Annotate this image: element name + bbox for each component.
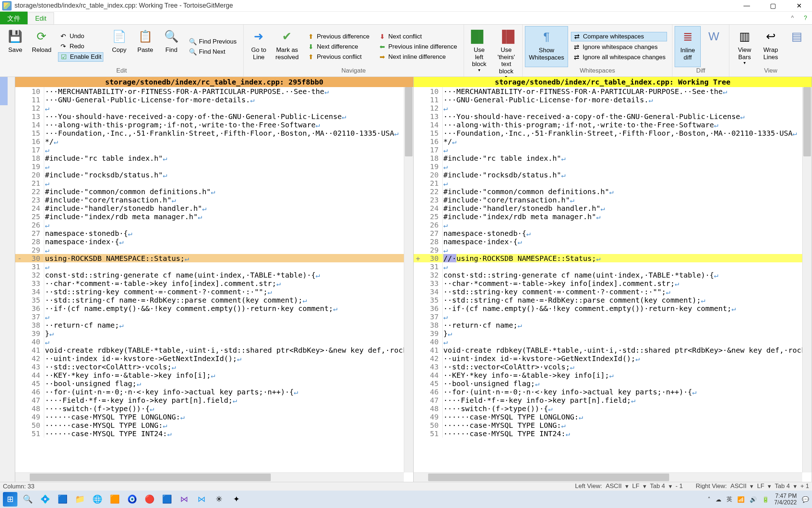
- paste-button[interactable]: 📋Paste: [132, 26, 158, 67]
- use-left-block-button[interactable]: █▌Use left block▾: [466, 26, 492, 80]
- use-theirs-block-button[interactable]: ▐█Use 'theirs' text block▾: [492, 26, 520, 80]
- code-line[interactable]: 23#include·"core/transaction.h"↵: [414, 196, 802, 204]
- code-line[interactable]: 17↵: [15, 146, 404, 154]
- prev-difference-button[interactable]: ⬆Previous difference: [305, 32, 371, 41]
- taskbar-clock[interactable]: 7:47 PM7/4/2022: [774, 493, 797, 505]
- help-icon[interactable]: ?: [799, 12, 812, 24]
- next-difference-button[interactable]: ⬇Next difference: [305, 42, 371, 51]
- code-line[interactable]: 35··std::string·cf_name·=·RdbKey::parse_…: [15, 296, 404, 304]
- vs-icon-2[interactable]: ⋈: [194, 492, 209, 507]
- left-hscrollbar[interactable]: [15, 472, 404, 482]
- code-line[interactable]: 34··std::string·key_comment·=·comment·?·…: [15, 287, 404, 296]
- tray-ime-icon[interactable]: 英: [726, 496, 732, 503]
- code-line[interactable]: 33··char·*comment·=·table->key_info[inde…: [15, 279, 404, 287]
- code-line[interactable]: 28namespace·index·{↵: [15, 237, 404, 246]
- code-line[interactable]: 23#include·"core/transaction.h"↵: [15, 196, 404, 204]
- code-line[interactable]: 21↵: [15, 179, 404, 187]
- code-line[interactable]: 39}↵: [15, 329, 404, 337]
- undo-button[interactable]: ↶Undo: [58, 32, 103, 41]
- diff-extra-button[interactable]: W: [701, 26, 727, 67]
- goto-line-button[interactable]: ➜Go to Line: [246, 26, 272, 67]
- code-line[interactable]: 35··std::string·cf_name·=·RdbKey::parse_…: [414, 296, 802, 304]
- status-right-tab[interactable]: Tab 4: [775, 483, 790, 490]
- show-whitespaces-toggle[interactable]: ¶Show Whitespaces: [525, 26, 568, 67]
- code-line[interactable]: 46··for·(uint·n·=·0;·n·<·key_info->actua…: [15, 388, 404, 396]
- explorer-icon[interactable]: 📁: [72, 492, 87, 507]
- code-line[interactable]: 51······case·MYSQL_TYPE_INT24:↵: [414, 429, 802, 438]
- code-line[interactable]: 11···GNU·General·Public·License·for·more…: [414, 95, 802, 104]
- tab-file[interactable]: 文件: [0, 12, 28, 24]
- code-line[interactable]: 32const·std::string·generate_cf_name(uin…: [15, 271, 404, 279]
- code-line[interactable]: 36··if·(cf_name.empty()·&&·!key_comment.…: [15, 304, 404, 312]
- tortoise-icon[interactable]: ✦: [229, 492, 244, 507]
- copy-button[interactable]: 📄Copy: [106, 26, 132, 67]
- code-line[interactable]: 18#include·"rc_table_index.h"↵: [414, 154, 802, 162]
- code-line[interactable]: 51······case·MYSQL_TYPE_INT24:↵: [15, 429, 404, 438]
- code-line[interactable]: 27namespace·stonedb·{↵: [15, 229, 404, 237]
- code-line[interactable]: 19↵: [15, 162, 404, 171]
- start-button[interactable]: ⊞: [3, 492, 17, 507]
- code-line[interactable]: 18#include·"rc_table_index.h"↵: [15, 154, 404, 162]
- code-line[interactable]: 49······case·MYSQL_TYPE_LONGLONG:↵: [414, 413, 802, 421]
- code-line[interactable]: 38··return·cf_name;↵: [15, 321, 404, 329]
- status-left-tab[interactable]: Tab 4: [650, 483, 665, 490]
- tray-wifi-icon[interactable]: 📶: [737, 496, 745, 503]
- code-line[interactable]: 10···MERCHANTABILITY·or·FITNESS·FOR·A·PA…: [15, 87, 404, 95]
- code-line[interactable]: 40↵: [15, 337, 404, 346]
- right-code[interactable]: 10···MERCHANTABILITY·or·FITNESS·FOR·A·PA…: [414, 87, 802, 472]
- code-line[interactable]: 25#include·"index/rdb_meta_manager.h"↵: [15, 212, 404, 221]
- code-line[interactable]: 24#include·"handler/stonedb_handler.h"↵: [414, 204, 802, 212]
- find-button[interactable]: 🔍Find: [158, 26, 185, 67]
- code-line[interactable]: 11···GNU·General·Public·License·for·more…: [15, 95, 404, 104]
- code-line[interactable]: 20#include·"rocksdb/status.h"↵: [15, 171, 404, 179]
- code-line[interactable]: 22#include·"common/common_definitions.h"…: [15, 187, 404, 196]
- code-line[interactable]: 34··std::string·key_comment·=·comment·?·…: [414, 287, 802, 296]
- prev-inline-diff-button[interactable]: ⬅Previous inline difference: [377, 42, 459, 51]
- code-line[interactable]: 31↵: [414, 262, 802, 271]
- code-line[interactable]: 41void·create_rdbkey(TABLE·*table,·uint·…: [15, 346, 404, 354]
- code-line[interactable]: 50······case·MYSQL_TYPE_LONG:↵: [15, 421, 404, 429]
- code-line[interactable]: +30//·using·ROCKSDB_NAMESPACE::Status;↵: [414, 254, 802, 262]
- tray-battery-icon[interactable]: 🔋: [762, 496, 769, 503]
- code-line[interactable]: 16*/↵: [15, 137, 404, 146]
- next-inline-diff-button[interactable]: ➡Next inline difference: [377, 53, 459, 61]
- code-line[interactable]: 12↵: [15, 104, 404, 112]
- code-line[interactable]: 41void·create_rdbkey(TABLE·*table,·uint·…: [414, 346, 802, 354]
- code-line[interactable]: 42··uint·index_id·=·kvstore->GetNextInde…: [15, 354, 404, 362]
- code-line[interactable]: 42··uint·index_id·=·kvstore->GetNextInde…: [414, 354, 802, 362]
- status-right-eol[interactable]: LF: [757, 483, 764, 490]
- close-button[interactable]: ✕: [786, 0, 812, 12]
- code-line[interactable]: 45··bool·unsigned_flag;↵: [414, 379, 802, 388]
- code-line[interactable]: 17↵: [414, 146, 802, 154]
- code-line[interactable]: 37↵: [414, 312, 802, 321]
- left-code[interactable]: 10···MERCHANTABILITY·or·FITNESS·FOR·A·PA…: [15, 87, 404, 472]
- code-line[interactable]: 47····Field·*f·=·key_info->key_part[n].f…: [414, 396, 802, 404]
- minimize-button[interactable]: —: [734, 0, 760, 12]
- ribbon-collapse-icon[interactable]: ^: [786, 12, 799, 24]
- vs-icon[interactable]: ⋈: [177, 492, 191, 507]
- mark-resolved-button[interactable]: ✔Mark as resolved: [272, 26, 302, 67]
- code-line[interactable]: 48····switch·(f->type())·{↵: [15, 404, 404, 413]
- code-line[interactable]: 44··KEY·*key_info·=·&table->key_info[i];…: [15, 371, 404, 379]
- view-extra-button[interactable]: ▤: [784, 26, 810, 67]
- code-line[interactable]: 25#include·"index/rdb_meta_manager.h"↵: [414, 212, 802, 221]
- code-line[interactable]: 22#include·"common/common_definitions.h"…: [414, 187, 802, 196]
- code-line[interactable]: 15···Foundation,·Inc.,·51·Franklin·Stree…: [15, 129, 404, 137]
- prev-conflict-button[interactable]: ⬆Previous conflict: [305, 53, 371, 61]
- reload-button[interactable]: ⟳Reload: [28, 26, 55, 67]
- tray-notifications-icon[interactable]: 💬: [802, 496, 809, 503]
- code-line[interactable]: 14···along·with·this·program;·if·not,·wr…: [414, 120, 802, 129]
- left-vscrollbar[interactable]: [404, 87, 413, 472]
- code-line[interactable]: 13···You·should·have·received·a·copy·of·…: [414, 112, 802, 120]
- code-line[interactable]: 20#include·"rocksdb/status.h"↵: [414, 171, 802, 179]
- tray-onedrive-icon[interactable]: ☁: [716, 496, 721, 503]
- code-line[interactable]: 43··std::vector<ColAttr>·vcols;↵: [414, 362, 802, 371]
- app-icon-5[interactable]: ✳: [212, 492, 226, 507]
- system-tray[interactable]: ˄ ☁ 英 📶 🔊 🔋 7:47 PM7/4/2022 💬: [708, 493, 809, 505]
- taskview-button[interactable]: 💠: [38, 492, 52, 507]
- code-line[interactable]: 24#include·"handler/stonedb_handler.h"↵: [15, 204, 404, 212]
- save-button[interactable]: 💾Save: [2, 26, 28, 67]
- search-button[interactable]: 🔍: [20, 492, 35, 507]
- tray-chevron-icon[interactable]: ˄: [708, 496, 710, 503]
- code-line[interactable]: 26↵: [15, 221, 404, 229]
